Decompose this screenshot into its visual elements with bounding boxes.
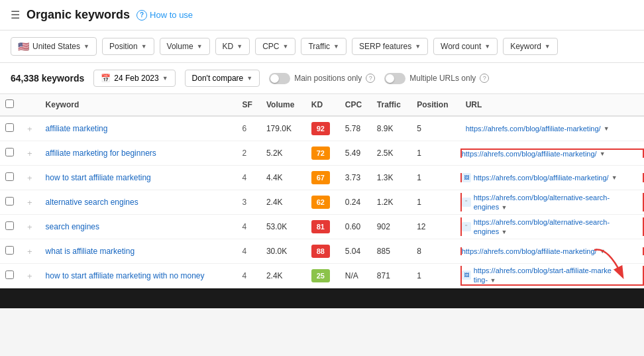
url-thumbnail-icon: 🖼: [462, 270, 471, 280]
sf-value: 4: [242, 173, 247, 182]
keyword-count: 64,338 keywords: [11, 73, 84, 84]
row-checkbox-cell[interactable]: [0, 264, 19, 288]
keyword-link[interactable]: search engines: [46, 222, 99, 231]
add-icon[interactable]: +: [25, 271, 35, 281]
keyword-link[interactable]: how to start affiliate marketing: [46, 173, 151, 182]
url-quote-icon: ": [462, 222, 471, 231]
multiple-urls-toggle-group: Multiple URLs only ?: [384, 73, 489, 84]
cpc-value: 5.49: [345, 148, 360, 158]
keyword-link[interactable]: what is affiliate marketing: [46, 247, 135, 256]
col-keyword[interactable]: Keyword: [40, 94, 237, 116]
keyword-link[interactable]: how to start affiliate marketing with no…: [46, 271, 205, 280]
col-cpc[interactable]: CPC: [340, 94, 372, 116]
keyword-link[interactable]: alternative search engines: [46, 198, 138, 207]
add-cell[interactable]: +: [19, 166, 40, 190]
add-cell[interactable]: +: [19, 215, 40, 239]
row-checkbox-cell[interactable]: [0, 116, 19, 141]
add-cell[interactable]: +: [19, 264, 40, 288]
subbar: 64,338 keywords 📅 24 Feb 2023 ▼ Don't co…: [0, 63, 644, 94]
col-traffic[interactable]: Traffic: [372, 94, 411, 116]
row-checkbox[interactable]: [5, 246, 14, 255]
url-chevron[interactable]: ▼: [502, 204, 508, 211]
multiple-urls-help-icon[interactable]: ?: [480, 74, 489, 83]
col-volume[interactable]: Volume: [261, 94, 306, 116]
row-checkbox-cell[interactable]: [0, 141, 19, 166]
row-checkbox-cell[interactable]: [0, 190, 19, 215]
table-row: + how to start affiliate marketing with …: [0, 264, 644, 288]
url-cell: https://ahrefs.com/blog/affiliate-market…: [460, 239, 644, 264]
cpc-label: CPC: [262, 42, 279, 51]
row-checkbox[interactable]: [5, 123, 14, 132]
col-url[interactable]: URL: [460, 94, 644, 116]
add-icon[interactable]: +: [25, 124, 35, 134]
table-row: + how to start affiliate marketing 4 4.4…: [0, 166, 644, 190]
calendar-icon: 📅: [101, 74, 111, 83]
select-all-checkbox[interactable]: [5, 99, 14, 108]
url-text[interactable]: https://ahrefs.com/blog/alternative-sear…: [474, 194, 610, 211]
row-checkbox[interactable]: [5, 148, 14, 156]
row-checkbox-cell[interactable]: [0, 239, 19, 264]
kd-filter[interactable]: KD ▼: [215, 38, 250, 55]
main-positions-toggle[interactable]: [269, 73, 290, 84]
sf-cell: 4: [237, 239, 261, 264]
position-filter[interactable]: Position ▼: [102, 38, 154, 55]
url-link[interactable]: https://ahrefs.com/blog/affiliate-market…: [474, 174, 609, 182]
add-cell[interactable]: +: [19, 116, 40, 141]
add-icon[interactable]: +: [25, 148, 35, 158]
position-label: Position: [109, 42, 138, 51]
row-checkbox[interactable]: [5, 172, 14, 181]
url-link[interactable]: https://ahrefs.com/blog/affiliate-market…: [462, 150, 597, 158]
volume-filter[interactable]: Volume ▼: [160, 38, 210, 55]
url-link[interactable]: https://ahrefs.com/blog/affiliate-market…: [466, 125, 601, 133]
url-chevron[interactable]: ▼: [600, 150, 606, 157]
row-checkbox[interactable]: [5, 221, 14, 230]
traffic-value: 1.2K: [377, 198, 394, 207]
url-text[interactable]: https://ahrefs.com/blog/alternative-sear…: [474, 218, 610, 235]
col-position[interactable]: Position: [411, 94, 460, 116]
cpc-filter[interactable]: CPC ▼: [255, 38, 295, 55]
sf-value: 2: [242, 148, 247, 158]
traffic-cell: 1.2K: [372, 190, 411, 215]
row-checkbox-cell[interactable]: [0, 166, 19, 190]
kd-cell: 72: [306, 141, 340, 166]
sf-value: 4: [242, 222, 247, 231]
volume-cell: 2.4K: [261, 190, 306, 215]
help-link[interactable]: ? How to use: [136, 10, 193, 21]
add-cell[interactable]: +: [19, 190, 40, 215]
row-checkbox[interactable]: [5, 270, 14, 279]
url-chevron[interactable]: ▼: [612, 174, 617, 181]
position-value: 12: [417, 222, 425, 231]
serp-filter[interactable]: SERP features ▼: [352, 38, 428, 55]
keyword-filter[interactable]: Keyword ▼: [503, 38, 558, 55]
add-icon[interactable]: +: [25, 173, 35, 183]
position-cell: 1: [411, 166, 460, 190]
url-link[interactable]: https://ahrefs.com/blog/affiliate-market…: [462, 247, 597, 255]
traffic-filter[interactable]: Traffic ▼: [301, 38, 347, 55]
wordcount-filter[interactable]: Word count ▼: [433, 38, 498, 55]
multiple-urls-toggle[interactable]: [384, 73, 405, 84]
keyword-link[interactable]: affiliate marketing: [46, 124, 108, 133]
add-icon[interactable]: +: [25, 222, 35, 232]
row-checkbox-cell[interactable]: [0, 215, 19, 239]
url-cell: 🖼 https://ahrefs.com/blog/affiliate-mark…: [460, 166, 644, 190]
url-chevron[interactable]: ▼: [490, 277, 496, 284]
add-icon[interactable]: +: [25, 247, 35, 257]
main-positions-help-icon[interactable]: ?: [366, 74, 375, 83]
col-kd[interactable]: KD: [306, 94, 340, 116]
url-chevron[interactable]: ▼: [502, 229, 508, 235]
url-thumbnail-icon: 🖼: [462, 173, 471, 182]
add-cell[interactable]: +: [19, 239, 40, 264]
col-sf[interactable]: SF: [237, 94, 261, 116]
sf-value: 3: [242, 198, 247, 207]
compare-button[interactable]: Don't compare ▼: [185, 70, 260, 87]
keyword-link[interactable]: affiliate marketing for beginners: [46, 148, 156, 158]
row-checkbox[interactable]: [5, 197, 14, 206]
add-cell[interactable]: +: [19, 141, 40, 166]
url-chevron[interactable]: ▼: [600, 248, 606, 255]
date-picker[interactable]: 📅 24 Feb 2023 ▼: [93, 70, 175, 87]
select-all-checkbox-header[interactable]: [0, 94, 19, 116]
url-chevron[interactable]: ▼: [604, 125, 610, 132]
add-icon[interactable]: +: [25, 198, 35, 208]
country-filter[interactable]: 🇺🇸 United States ▼: [11, 37, 97, 56]
menu-icon[interactable]: ☰: [11, 9, 20, 21]
